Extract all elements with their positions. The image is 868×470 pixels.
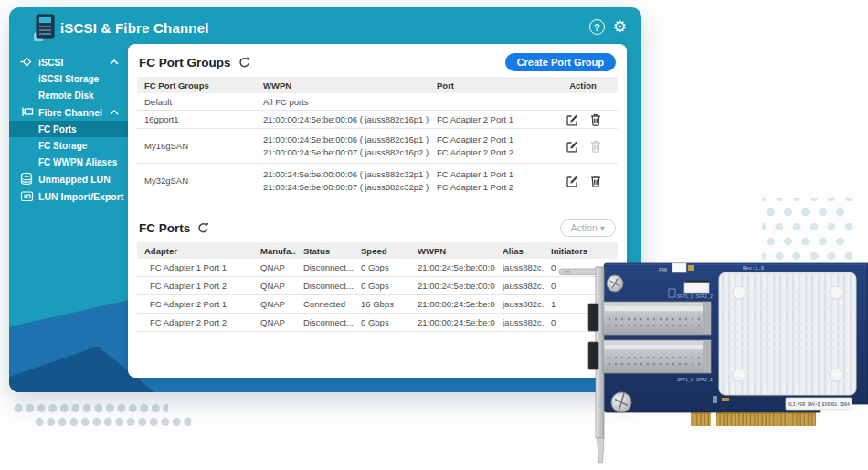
column-header: Port [429, 80, 548, 91]
help-icon[interactable]: ? [589, 19, 605, 35]
fc-port-speed: 16 Gbps [354, 299, 410, 309]
column-header: Manufa... [253, 246, 296, 256]
sfp-top-label: SFP1_1 SFP2_2 [677, 294, 713, 300]
port-group-wwpn: 21:00:24:5e:be:00:00:06 ( jauss882c32p1 … [263, 169, 429, 179]
port-group-name: My16gSAN [137, 141, 256, 151]
bracket-flange [559, 269, 601, 275]
port-group-port: FC Adapter 1 Port 1 [437, 169, 548, 179]
column-header: Initiators [544, 246, 618, 256]
fc-port-manufacturer: QNAP [253, 299, 296, 309]
chevron-up-icon[interactable] [110, 59, 119, 65]
fc-port-status: Disconnect... [296, 317, 354, 327]
column-header: FC Port Groups [137, 80, 256, 91]
fc-port-status: Disconnect... [296, 262, 354, 272]
rev-label: Rev:1.0 [743, 265, 764, 272]
column-header: Adapter [137, 246, 253, 256]
sfp-bottom-label: SFP1_2 SFP2_2 [677, 378, 713, 383]
table-row[interactable]: My16gSAN 21:00:00:24:5e:be:00:06 ( jauss… [137, 129, 618, 164]
delete-icon[interactable] [590, 113, 601, 126]
delete-icon[interactable] [590, 175, 601, 187]
sidebar-item-fibre-channel[interactable]: Fibre Channel [9, 103, 128, 121]
chevron-up-icon[interactable] [110, 110, 119, 115]
gear-icon[interactable]: ⚙ [613, 19, 627, 35]
sfp-cage-top [603, 302, 711, 335]
sfp-cage-bottom [603, 340, 711, 373]
port-group-wwpn: All FC ports [256, 97, 429, 107]
fc-port-speed: 0 Gbps [354, 281, 410, 291]
sidebar: iSCSI iSCSI Storage Remote Disk Fibre Ch… [9, 53, 128, 205]
table-row[interactable]: My32gSAN 21:00:24:5e:be:00:00:06 ( jauss… [137, 164, 618, 198]
bracket-screw-top [607, 275, 623, 292]
sidebar-item-lun-import-export[interactable]: LUN Import/Export [9, 187, 128, 205]
fc-port-adapter: FC Adapter 1 Port 2 [137, 281, 253, 291]
content-panel: FC Port Groups Create Port Group FC Port… [128, 44, 627, 378]
port-group-name: 16gport1 [137, 114, 256, 124]
sidebar-item-iscsi-storage[interactable]: iSCSI Storage [9, 70, 128, 87]
dot-pattern-bottom-left-row2 [34, 417, 191, 427]
unmapped-lun-icon [19, 172, 34, 186]
fc-port-alias: jauss882c... [495, 317, 544, 327]
page-title: iSCSI & Fibre Channel [60, 20, 209, 36]
table-row[interactable]: Default All FC ports [137, 93, 618, 111]
table-row[interactable]: FC Adapter 1 Port 2 QNAP Disconnect... 0… [137, 277, 618, 295]
fc-port-wwpn: 21:00:00:24:5e:be:00... [410, 317, 495, 327]
fc-ports-title: FC Ports [139, 221, 190, 235]
column-header: Status [296, 246, 354, 256]
port-group-port: FC Adapter 2 Port 1 [437, 134, 548, 144]
sticker-label: HLI-VGR 9AV-Q EX0901 1904 [788, 402, 850, 407]
fc-port-alias: jauss882c... [495, 262, 544, 272]
app-window: iSCSI & Fibre Channel ? ⚙ iSCSI iSCSI St… [9, 7, 641, 392]
fibre-channel-card-image: FAN SFP1_1 SFP2_2 SFP1_2 SFP2_2 Rev:1.0 … [556, 259, 868, 467]
sidebar-item-unmapped-lun[interactable]: Unmapped LUN [9, 170, 128, 187]
edit-icon[interactable] [566, 113, 578, 126]
column-header: WWPN [256, 80, 429, 91]
fc-port-alias: jauss882c... [495, 281, 544, 291]
port-groups-table-header: FC Port Groups WWPN Port Action [137, 77, 618, 93]
port-group-wwpn: 21:00:00:24:5e:be:00:06 ( jauss882c16p1 … [256, 114, 429, 124]
table-row[interactable]: FC Adapter 1 Port 1 QNAP Disconnect... 0… [137, 259, 618, 277]
fan-label: FAN [659, 268, 667, 273]
sidebar-item-iscsi[interactable]: iSCSI [9, 53, 128, 70]
delete-icon-disabled[interactable] [590, 140, 601, 153]
edit-icon[interactable] [566, 175, 578, 187]
app-icon [33, 13, 57, 42]
heatsink [719, 272, 856, 395]
sidebar-item-remote-disk[interactable]: Remote Disk [9, 87, 128, 103]
port-group-port: FC Adapter 2 Port 1 [429, 114, 548, 124]
port-group-wwpn: 21:00:24:5e:be:00:00:07 ( jauss882c32p2 … [263, 182, 429, 192]
action-dropdown-button[interactable]: Action ▾ [560, 219, 616, 237]
fc-port-status: Disconnect... [296, 281, 354, 291]
column-header: Alias [495, 246, 544, 256]
sidebar-item-fc-wwpn-aliases[interactable]: FC WWPN Aliases [9, 154, 128, 170]
fibre-channel-icon [19, 105, 34, 119]
fc-ports-table-header: Adapter Manufa... Status Speed WWPN Alia… [137, 242, 618, 259]
fc-port-adapter: FC Adapter 2 Port 2 [137, 317, 253, 327]
fc-port-adapter: FC Adapter 1 Port 1 [137, 262, 253, 272]
fc-port-groups-title: FC Port Groups [139, 56, 231, 69]
fc-port-adapter: FC Adapter 2 Port 1 [137, 299, 253, 309]
caret-down-icon: ▾ [600, 222, 605, 233]
bracket-screw-bottom [611, 392, 631, 412]
fc-port-speed: 0 Gbps [354, 317, 410, 327]
window-header: iSCSI & Fibre Channel ? ⚙ [9, 7, 641, 46]
lun-import-export-icon [19, 189, 34, 203]
fc-port-wwpn: 21:00:00:24:5e:be:00... [410, 299, 495, 309]
port-group-port: FC Adapter 1 Port 2 [437, 182, 548, 192]
create-port-group-button[interactable]: Create Port Group [505, 53, 616, 71]
port-group-wwpn: 21:00:00:24:5e:be:00:07 ( jauss882c16p2 … [263, 147, 429, 157]
edit-icon[interactable] [566, 140, 578, 153]
column-header: Speed [354, 246, 410, 256]
fc-port-status: Connected [296, 299, 354, 309]
port-group-port: FC Adapter 2 Port 2 [437, 147, 548, 157]
sidebar-item-fc-storage[interactable]: FC Storage [9, 137, 128, 154]
sidebar-item-fc-ports[interactable]: FC Ports [9, 121, 128, 137]
table-row[interactable]: FC Adapter 2 Port 2 QNAP Disconnect... 0… [137, 314, 618, 332]
refresh-icon[interactable] [238, 57, 250, 69]
table-row[interactable]: FC Adapter 2 Port 1 QNAP Connected 16 Gb… [137, 295, 618, 314]
table-row[interactable]: 16gport1 21:00:00:24:5e:be:00:06 ( jauss… [137, 111, 618, 129]
port-group-name: My32gSAN [137, 176, 256, 186]
fc-port-manufacturer: QNAP [253, 317, 296, 327]
fc-port-wwpn: 21:00:24:5e:be:00:00... [410, 281, 495, 291]
refresh-icon[interactable] [197, 222, 209, 234]
column-header: Action [548, 80, 618, 91]
